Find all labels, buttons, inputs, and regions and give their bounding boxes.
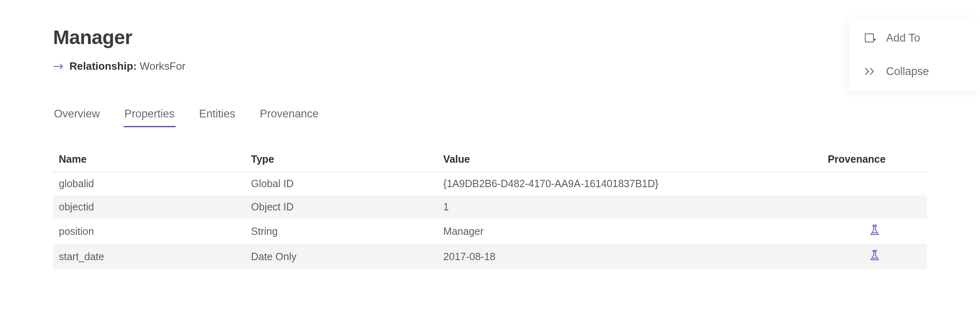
- relationship-value: WorksFor: [140, 60, 185, 72]
- add-to-button[interactable]: Add To: [849, 21, 980, 55]
- col-header-name: Name: [53, 147, 245, 172]
- col-header-type: Type: [245, 147, 438, 172]
- cell-type: Date Only: [245, 244, 438, 269]
- table-row: start_dateDate Only2017-08-18: [53, 244, 927, 269]
- cell-provenance: [822, 172, 927, 196]
- svg-rect-5: [865, 34, 873, 42]
- svg-rect-1: [873, 225, 876, 226]
- tab-entities[interactable]: Entities: [198, 105, 236, 127]
- cell-value: Manager: [438, 219, 822, 244]
- action-panel: Add To Collapse: [849, 18, 980, 91]
- cell-value: {1A9DB2B6-D482-4170-AA9A-161401837B1D}: [438, 172, 822, 196]
- provenance-icon[interactable]: [869, 250, 880, 261]
- tab-provenance[interactable]: Provenance: [259, 105, 319, 127]
- tab-properties[interactable]: Properties: [124, 105, 176, 127]
- cell-name: start_date: [53, 244, 245, 269]
- collapse-button[interactable]: Collapse: [849, 55, 980, 88]
- collapse-label: Collapse: [886, 65, 929, 78]
- cell-name: position: [53, 219, 245, 244]
- tabs: Overview Properties Entities Provenance: [53, 105, 927, 127]
- cell-provenance[interactable]: [822, 244, 927, 269]
- table-row: globalidGlobal ID{1A9DB2B6-D482-4170-AA9…: [53, 172, 927, 196]
- cell-provenance[interactable]: [822, 219, 927, 244]
- provenance-icon[interactable]: [869, 224, 880, 236]
- relationship-line: Relationship: WorksFor: [53, 60, 927, 73]
- tab-overview[interactable]: Overview: [53, 105, 101, 127]
- svg-rect-3: [873, 250, 876, 252]
- col-header-provenance: Provenance: [822, 147, 927, 172]
- properties-table: Name Type Value Provenance globalidGloba…: [53, 147, 927, 269]
- arrow-right-icon: [53, 63, 64, 70]
- page-title: Manager: [53, 26, 927, 49]
- collapse-icon: [863, 64, 877, 78]
- cell-value: 1: [438, 195, 822, 219]
- add-to-icon: [863, 31, 877, 45]
- table-row: objectidObject ID1: [53, 195, 927, 219]
- cell-name: globalid: [53, 172, 245, 196]
- col-header-value: Value: [438, 147, 822, 172]
- cell-type: Global ID: [245, 172, 438, 196]
- add-to-label: Add To: [886, 32, 920, 44]
- cell-type: String: [245, 219, 438, 244]
- cell-value: 2017-08-18: [438, 244, 822, 269]
- relationship-label: Relationship:: [69, 60, 137, 72]
- cell-type: Object ID: [245, 195, 438, 219]
- cell-name: objectid: [53, 195, 245, 219]
- table-row: positionStringManager: [53, 219, 927, 244]
- cell-provenance: [822, 195, 927, 219]
- table-header-row: Name Type Value Provenance: [53, 147, 927, 172]
